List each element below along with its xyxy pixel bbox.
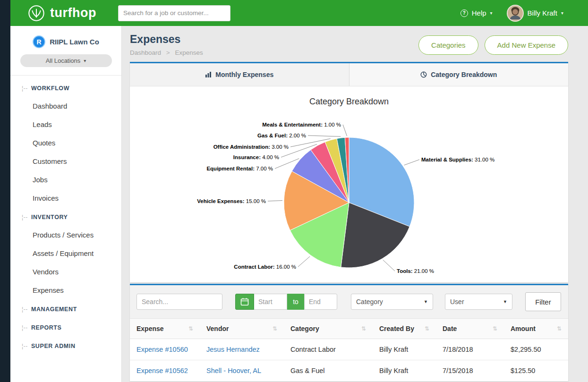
category-select-value: Category xyxy=(356,298,383,306)
location-label: All Locations xyxy=(46,57,81,64)
turfhop-logo-icon xyxy=(27,4,45,22)
date-cell: 7/18/2018 xyxy=(436,339,504,360)
column-header-vendor[interactable]: Vendor⇅ xyxy=(200,319,284,339)
sidebar-item-customers[interactable]: Customers xyxy=(10,152,121,170)
company-logo-icon: R xyxy=(33,35,45,48)
tree-dash-icon: ¦-- xyxy=(22,85,28,92)
pie-label-connector xyxy=(298,256,310,267)
chevron-down-icon: ▾ xyxy=(84,58,86,63)
sidebar-section-super-admin[interactable]: ¦--SUPER ADMIN xyxy=(10,336,121,355)
tab-monthly-expenses[interactable]: Monthly Expenses xyxy=(130,63,349,86)
sort-icon[interactable]: ⇅ xyxy=(493,325,497,332)
help-label: Help xyxy=(472,9,486,17)
sort-icon[interactable]: ⇅ xyxy=(425,325,429,332)
pie-chart: Material & Supplies: 31.00 %Tools: 21.00… xyxy=(130,86,568,282)
expense-cell[interactable]: Expense #10562 xyxy=(130,360,200,382)
user-select[interactable]: User ▼ xyxy=(445,294,512,310)
sidebar-item-products-services[interactable]: Products / Services xyxy=(10,226,121,244)
amount-cell: $2,295.50 xyxy=(504,339,568,360)
sidebar-item-invoices[interactable]: Invoices xyxy=(10,189,121,207)
pie-label-insurance: Insurance: 4.00 % xyxy=(233,154,279,160)
sort-icon[interactable]: ⇅ xyxy=(188,325,193,332)
breadcrumb-expenses: Expenses xyxy=(175,49,203,56)
table-body: Expense #10560Jesus HernandezContract La… xyxy=(130,339,568,382)
tab-category-breakdown[interactable]: Category Breakdown xyxy=(349,63,569,86)
pie-label-connector xyxy=(404,160,419,165)
vendor-cell[interactable]: Jesus Hernandez xyxy=(200,339,284,360)
vendor-link[interactable]: Shell - Hoover, AL xyxy=(206,367,261,374)
expense-cell[interactable]: Expense #10560 xyxy=(130,339,200,360)
date-range-group: to xyxy=(235,294,337,310)
column-header-created-by[interactable]: Created By⇅ xyxy=(373,319,436,339)
pie-label-meals-entertainment: Meals & Entertainment: 1.00 % xyxy=(262,122,341,127)
brand-logo[interactable]: turfhop xyxy=(27,4,96,22)
sidebar-item-jobs[interactable]: Jobs xyxy=(10,170,121,189)
calendar-button[interactable] xyxy=(235,294,254,310)
help-menu[interactable]: ? Help ▾ xyxy=(460,9,493,17)
sort-icon[interactable]: ⇅ xyxy=(557,325,562,332)
sort-icon[interactable]: ⇅ xyxy=(361,325,366,332)
select-arrow-icon: ▼ xyxy=(503,299,507,304)
location-selector[interactable]: All Locations ▾ xyxy=(20,54,112,67)
main-content: Expenses Dashboard > Expenses Categories… xyxy=(122,26,588,382)
vendor-link[interactable]: Jesus Hernandez xyxy=(206,346,260,353)
date-to-label: to xyxy=(287,294,304,310)
filter-button[interactable]: Filter xyxy=(525,292,561,311)
date-cell: 7/15/2018 xyxy=(436,360,504,382)
column-header-expense[interactable]: Expense⇅ xyxy=(130,319,200,339)
tree-dash-icon: ¦-- xyxy=(22,343,28,349)
sidebar-item-leads[interactable]: Leads xyxy=(10,115,121,134)
breadcrumb-dashboard[interactable]: Dashboard xyxy=(130,49,161,56)
sidebar-section-workflow[interactable]: ¦--WORKFLOW xyxy=(10,78,121,97)
expenses-table-card: to Category ▼ User ▼ Filter Expense⇅ Ve xyxy=(130,284,568,382)
user-menu[interactable]: Billy Kraft ▾ xyxy=(507,5,563,22)
add-new-expense-button[interactable]: Add New Expense xyxy=(485,35,568,55)
pie-label-connector xyxy=(308,136,341,136)
category-select[interactable]: Category ▼ xyxy=(351,294,433,310)
column-header-date[interactable]: Date⇅ xyxy=(436,319,504,339)
sidebar-section-label: MANAGEMENT xyxy=(31,306,77,313)
sidebar-item-expenses[interactable]: Expenses xyxy=(10,281,121,299)
column-header-category[interactable]: Category⇅ xyxy=(284,319,373,339)
sidebar-section-management[interactable]: ¦--MANAGEMENT xyxy=(10,299,121,318)
pie-chart-icon xyxy=(420,71,427,78)
user-photo xyxy=(508,6,523,21)
table-search-input[interactable] xyxy=(136,294,222,310)
created-by-cell: Billy Kraft xyxy=(373,360,436,382)
left-rail xyxy=(0,0,10,382)
categories-button[interactable]: Categories xyxy=(418,35,478,55)
topbar: turfhop ? Help ▾ Billy Kraft ▾ xyxy=(10,0,588,26)
sidebar-item-quotes[interactable]: Quotes xyxy=(10,134,121,152)
sidebar: R RIIPL Lawn Co All Locations ▾ ¦--WORKF… xyxy=(10,26,122,382)
pie-label-gas-fuel: Gas & Fuel: 2.00 % xyxy=(257,133,306,138)
sidebar-section-reports[interactable]: ¦--REPORTS xyxy=(10,318,121,336)
chart-card: Monthly Expenses Category Breakdown Cate… xyxy=(130,62,568,282)
vendor-cell[interactable]: Shell - Hoover, AL xyxy=(200,360,284,382)
tree-dash-icon: ¦-- xyxy=(22,214,28,221)
sidebar-section-label: WORKFLOW xyxy=(31,85,69,92)
category-cell: Contract Labor xyxy=(284,339,373,360)
select-arrow-icon: ▼ xyxy=(424,299,428,304)
end-date-input[interactable] xyxy=(304,294,337,310)
global-search-input[interactable] xyxy=(118,5,230,21)
expense-link[interactable]: Expense #10562 xyxy=(136,367,188,374)
expense-link[interactable]: Expense #10560 xyxy=(136,346,188,353)
pie-chart-area: Category Breakdown Material & Supplies: … xyxy=(130,86,568,282)
expenses-table: Expense⇅ Vendor⇅ Category⇅ Created By⇅ D… xyxy=(130,318,568,382)
sidebar-item-assets-equipment[interactable]: Assets / Equipment xyxy=(10,244,121,263)
table-row: Expense #10560Jesus HernandezContract La… xyxy=(130,339,568,360)
pie-label-connector xyxy=(343,125,347,136)
sidebar-section-inventory[interactable]: ¦--INVENTORY xyxy=(10,207,121,226)
column-header-amount[interactable]: Amount⇅ xyxy=(504,319,568,339)
sidebar-item-vendors[interactable]: Vendors xyxy=(10,263,121,281)
sort-icon[interactable]: ⇅ xyxy=(273,325,277,332)
chart-tabs: Monthly Expenses Category Breakdown xyxy=(130,63,568,86)
chevron-down-icon: ▾ xyxy=(561,10,563,16)
user-name: Billy Kraft xyxy=(528,9,557,17)
company-header[interactable]: R RIIPL Lawn Co xyxy=(10,26,121,48)
avatar[interactable] xyxy=(507,5,524,22)
start-date-input[interactable] xyxy=(254,294,287,310)
sidebar-item-dashboard[interactable]: Dashboard xyxy=(10,97,121,115)
breadcrumb: Dashboard > Expenses xyxy=(130,49,203,56)
filter-bar: to Category ▼ User ▼ Filter xyxy=(130,285,568,318)
